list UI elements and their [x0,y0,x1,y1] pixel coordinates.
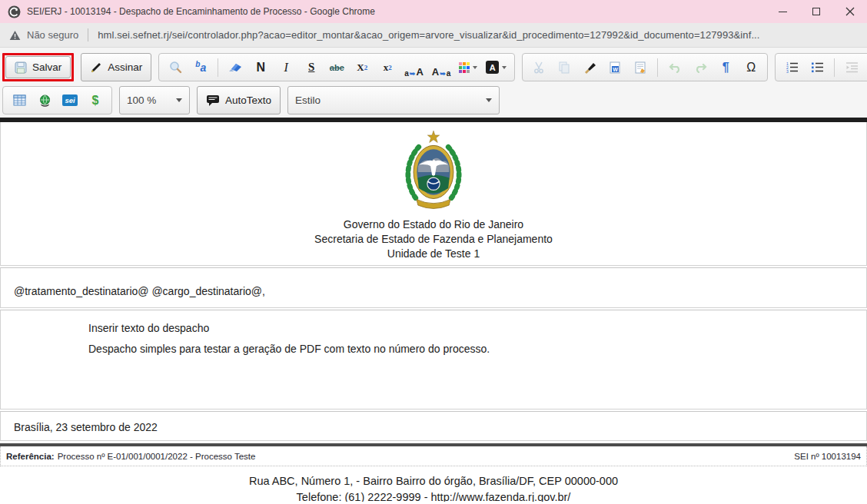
minimize-button[interactable] [766,0,799,23]
zoom-search-icon[interactable] [167,58,184,78]
chevron-down-icon [176,98,182,102]
date-section[interactable]: Brasília, 23 setembro de 2022 [0,411,867,441]
bulleted-list-icon[interactable] [809,58,825,78]
save-annotation-box: Salvar [2,53,74,81]
strikethrough-button[interactable]: abe [328,58,345,78]
header-line-unit: Unidade de Teste 1 [1,247,866,261]
editor-toolbar: Salvar Assinar ba [0,48,867,118]
redo-icon[interactable] [692,58,709,78]
recipient-section[interactable]: @tratamento_destinatario@ @cargo_destina… [0,267,867,308]
color-grid-icon [459,62,470,73]
toolbar-divider [218,58,218,77]
style-value: Estilo [295,94,321,106]
toolbar-row-1: Salvar Assinar ba [2,53,865,81]
zoom-level-select[interactable]: 100 % [119,86,190,114]
autotext-label: AutoTexto [225,94,271,106]
toolbar-row-2: sei $ 100 % AutoTexto Estilo [2,86,865,114]
underline-button[interactable]: S [303,58,320,78]
clipboard-group: W ¶ Ω [522,53,768,81]
format-group: ba N I S abe X2 x2 a➥A A➥a [158,53,515,81]
body-paragraph: Inserir texto do despacho [88,322,866,334]
italic-button[interactable]: I [277,58,294,78]
spellcheck-icon[interactable]: ba [192,58,209,78]
footer-address-line: Rua ABC, Número 1, - Bairro Bairro do ór… [0,473,867,489]
paste-from-word-icon[interactable]: W [606,58,623,78]
text-color-button[interactable] [459,58,477,78]
date-text: Brasília, 23 setembro de 2022 [14,421,158,433]
document-editor: Governo do Estado do Rio de Janeiro Secr… [0,122,867,502]
maximize-icon [812,8,820,15]
save-button[interactable]: Salvar [5,56,71,78]
recipient-text: @tratamento_destinatario@ @cargo_destina… [14,285,265,297]
numbered-list-icon[interactable]: 1 2 3 [783,58,800,78]
reference-value: Processo nº E-01/001/0001/2022 - Process… [58,452,256,461]
footer-phone-line: Telefone: (61) 2222-9999 - http://www.fa… [0,489,867,502]
address-bar[interactable]: Não seguro hml.sei.sefnet.rj/sei/control… [0,23,867,48]
insert-link-globe-icon[interactable] [36,91,53,111]
body-section[interactable]: Inserir texto do despacho Despacho simpl… [0,310,867,410]
floppy-disk-icon [15,61,27,74]
svg-text:W: W [613,66,618,71]
window-titlebar: SEI/ERJ - 10013194 - Despacho de Encamin… [0,0,867,23]
save-label: Salvar [32,61,61,73]
currency-icon[interactable]: $ [87,91,104,111]
autotext-bubble-icon [206,94,220,106]
insert-group: sei $ [2,86,112,114]
header-line-government: Governo do Estado do Rio de Janeiro [1,217,866,232]
document-header-section[interactable]: Governo do Estado do Rio de Janeiro Secr… [0,122,867,266]
lowercase-button[interactable]: A➥a [432,58,451,78]
sign-label: Assinar [108,61,142,73]
reference-section[interactable]: Referência:Processo nº E-01/001/0001/202… [0,446,867,466]
window-title: SEI/ERJ - 10013194 - Despacho de Encamin… [27,6,766,17]
chevron-down-icon [473,66,477,69]
undo-icon[interactable] [666,58,683,78]
style-select[interactable]: Estilo [287,86,500,114]
zoom-level-value: 100 % [127,94,156,106]
insert-table-icon[interactable] [11,91,28,111]
rio-de-janeiro-coat-of-arms [397,129,470,212]
paragraph-marks-button[interactable]: ¶ [717,58,734,78]
list-group: 1 2 3 [775,53,867,81]
superscript-button[interactable]: x2 [379,58,396,78]
background-color-button[interactable]: A [486,58,507,78]
url-text[interactable]: hml.sei.sefnet.rj/sei/controlador.php?ac… [98,29,759,41]
bold-button[interactable]: N [252,58,269,78]
address-separator [88,28,88,41]
subscript-button[interactable]: X2 [354,58,370,78]
cut-icon[interactable] [530,58,547,78]
special-character-button[interactable]: Ω [742,58,759,78]
autotext-button[interactable]: AutoTexto [197,86,281,114]
uppercase-button[interactable]: a➥A [404,58,424,78]
header-line-secretariat: Secretaria de Estado de Fazenda e Planej… [1,232,866,247]
chevron-down-icon [502,66,507,69]
sei-favicon [8,5,21,18]
maximize-button[interactable] [799,0,833,23]
sei-link-icon[interactable]: sei [61,91,78,111]
security-label[interactable]: Não seguro [27,29,78,41]
pen-icon [90,61,102,74]
format-painter-icon[interactable] [581,58,598,78]
background-color-icon: A [486,61,499,74]
svg-text:3: 3 [786,69,789,73]
copy-icon[interactable] [556,58,573,78]
not-secure-warning-icon [9,30,21,41]
reference-left: Referência:Processo nº E-01/001/0001/202… [6,452,255,461]
body-paragraph: Despacho simples para testar a geração d… [88,343,866,355]
minimize-icon [779,12,787,12]
close-icon [845,7,855,16]
toolbar-divider [834,58,835,77]
paste-text-icon[interactable] [632,58,649,78]
reference-label: Referência: [6,452,55,461]
footer-address-section[interactable]: Rua ABC, Número 1, - Bairro Bairro do ór… [0,468,867,502]
toolbar-divider [657,58,658,77]
sei-number: SEI nº 10013194 [794,452,861,461]
outdent-icon[interactable] [843,58,860,78]
close-button[interactable] [833,0,867,23]
eraser-icon[interactable] [227,58,244,78]
sign-button[interactable]: Assinar [81,53,151,81]
chevron-down-icon [486,98,492,102]
